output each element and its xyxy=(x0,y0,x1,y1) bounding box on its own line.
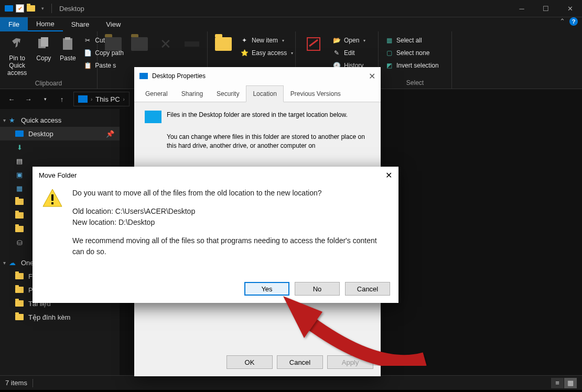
minimize-button[interactable]: ─ xyxy=(510,0,534,17)
location-description: Files in the Desktop folder are stored i… xyxy=(145,111,370,119)
svg-rect-1 xyxy=(41,37,48,47)
folder-icon xyxy=(15,285,24,295)
pin-quick-access-button[interactable]: Pin to Quick access xyxy=(3,34,31,79)
breadcrumb[interactable]: › This PC › xyxy=(73,92,130,106)
tab-location[interactable]: Location xyxy=(246,85,283,102)
cancel-button[interactable]: Cancel xyxy=(277,355,323,369)
ok-button[interactable]: OK xyxy=(227,355,273,369)
sidebar-quick-access[interactable]: ▾★Quick access xyxy=(0,113,120,127)
invert-selection-button[interactable]: ◩Invert selection xyxy=(382,60,448,71)
select-none-button[interactable]: ▢Select none xyxy=(382,47,448,59)
explorer-icon xyxy=(4,4,14,13)
sidebar-item-documents[interactable]: ▤ xyxy=(0,154,120,168)
tab-general[interactable]: General xyxy=(138,85,175,102)
select-all-icon: ▦ xyxy=(385,36,393,45)
open-icon: 📂 xyxy=(332,36,341,45)
easy-access-button[interactable]: ⭐Easy access▾ xyxy=(237,47,296,59)
desktop-icon xyxy=(139,73,148,79)
close-button[interactable]: ✕ xyxy=(558,0,582,17)
properties-icon xyxy=(305,36,322,52)
sidebar-item-tepdinhkem[interactable]: Tệp đính kèm xyxy=(0,310,120,324)
titlebar: ✔ ▾ Desktop ─ ☐ ✕ xyxy=(0,0,582,17)
back-button[interactable]: ← xyxy=(4,92,19,106)
new-item-button[interactable]: ✦New item▾ xyxy=(237,35,296,46)
moveto-icon xyxy=(105,36,122,52)
tab-share[interactable]: Share xyxy=(63,17,98,31)
open-button[interactable]: 📂Open▾ xyxy=(329,35,369,46)
move-to-button xyxy=(101,34,126,78)
easy-access-icon: ⭐ xyxy=(240,49,249,57)
help-icon[interactable]: ? xyxy=(569,17,578,26)
qat-dropdown-icon[interactable]: ▾ xyxy=(38,4,47,13)
tab-file[interactable]: File xyxy=(0,17,28,31)
move-folder-dialog: Move Folder ✕ Do you want to move all of… xyxy=(33,167,398,303)
old-location: Old location: C:\Users\ACER\Desktop xyxy=(72,206,389,217)
no-button[interactable]: No xyxy=(295,282,340,296)
downloads-icon: ⬇ xyxy=(15,143,24,152)
tab-previous-versions[interactable]: Previous Versions xyxy=(284,85,348,102)
tab-view[interactable]: View xyxy=(98,17,129,31)
close-button[interactable]: ✕ xyxy=(369,71,375,81)
close-button[interactable]: ✕ xyxy=(385,170,392,180)
statusbar: 7 items ≡ ▦ xyxy=(0,375,582,390)
sidebar-item-desktop[interactable]: Desktop📌 xyxy=(0,127,120,140)
status-items: 7 items xyxy=(5,379,27,387)
disk-icon: ⛁ xyxy=(15,238,24,247)
star-icon: ★ xyxy=(7,115,17,125)
paste-shortcut-icon: 📋 xyxy=(83,61,92,70)
rename-icon xyxy=(184,36,200,52)
details-view-button[interactable]: ≡ xyxy=(551,378,564,388)
cut-icon: ✂ xyxy=(83,36,92,45)
svg-rect-6 xyxy=(51,194,53,201)
apply-button: Apply xyxy=(327,355,373,369)
tab-security[interactable]: Security xyxy=(210,85,246,102)
generic-icon xyxy=(15,197,24,206)
copy-icon xyxy=(35,36,52,52)
generic-icon xyxy=(15,211,24,220)
edit-icon: ✎ xyxy=(332,49,341,57)
move-question: Do you want to move all of the files fro… xyxy=(72,188,389,199)
select-all-button[interactable]: ▦Select all xyxy=(382,35,448,46)
dialog-title: Desktop Properties xyxy=(152,72,206,80)
copyto-icon xyxy=(131,36,148,52)
svg-rect-5 xyxy=(307,38,320,50)
up-button[interactable]: ↑ xyxy=(55,92,69,106)
collapse-ribbon-icon[interactable]: ⌃ xyxy=(555,17,569,31)
tab-home[interactable]: Home xyxy=(28,17,63,31)
move-recommendation: We recommend moving all of the files so … xyxy=(72,235,389,257)
tab-sharing[interactable]: Sharing xyxy=(175,85,210,102)
new-item-icon: ✦ xyxy=(240,36,249,45)
properties-tabs: General Sharing Security Location Previo… xyxy=(134,85,381,102)
forward-button[interactable]: → xyxy=(21,92,36,106)
svg-rect-4 xyxy=(185,41,199,47)
qat-folder-icon[interactable] xyxy=(26,4,36,13)
warning-icon xyxy=(42,188,63,209)
copy-path-icon: 📄 xyxy=(83,49,92,57)
desktop-icon xyxy=(15,129,24,138)
qat-checkbox-icon[interactable]: ✔ xyxy=(16,4,24,13)
ribbon-tabs: File Home Share View ⌃ ? xyxy=(0,17,582,31)
onedrive-icon: ☁ xyxy=(7,258,17,267)
invert-icon: ◩ xyxy=(385,61,393,70)
group-label-clipboard: Clipboard xyxy=(3,79,94,87)
delete-icon: ✕ xyxy=(157,36,174,52)
recent-button[interactable]: ▾ xyxy=(38,92,52,106)
thumbnails-view-button[interactable]: ▦ xyxy=(564,378,577,388)
location-note: You can change where files in this folde… xyxy=(167,133,370,150)
copy-button[interactable]: Copy xyxy=(32,34,55,79)
generic-icon: ▦ xyxy=(15,183,24,193)
documents-icon: ▤ xyxy=(15,156,24,166)
pc-icon xyxy=(78,95,88,103)
paste-button[interactable]: Paste xyxy=(56,34,79,79)
folder-icon xyxy=(15,299,24,308)
edit-button[interactable]: ✎Edit xyxy=(329,47,369,59)
window-title: Desktop xyxy=(59,5,84,13)
yes-button[interactable]: Yes xyxy=(244,282,289,296)
select-none-icon: ▢ xyxy=(385,49,393,57)
new-location: New location: D:\Desktop xyxy=(72,217,389,228)
sidebar-item-downloads[interactable]: ⬇ xyxy=(0,140,120,154)
generic-icon xyxy=(15,224,24,234)
cancel-button[interactable]: Cancel xyxy=(345,282,390,296)
maximize-button[interactable]: ☐ xyxy=(534,0,558,17)
pin-icon: 📌 xyxy=(106,130,114,138)
